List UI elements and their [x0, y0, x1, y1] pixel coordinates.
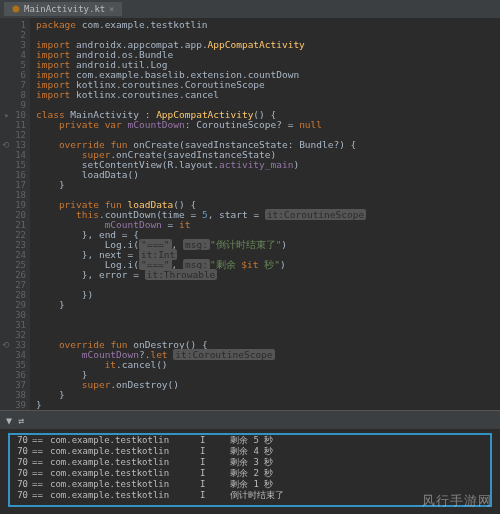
log-row: 70==com.example.testkotlinI剩余 3 秒	[10, 457, 490, 468]
line-gutter: 123456789▸ 101112⟲ 131415161718192021222…	[0, 18, 30, 410]
line-number: 25	[0, 260, 26, 270]
code-line[interactable]: super.onDestroy()	[36, 380, 500, 390]
line-number: 1	[0, 20, 26, 30]
line-number: 24	[0, 250, 26, 260]
editor-tab-bar: ⬢ MainActivity.kt ×	[0, 0, 500, 18]
line-number: 17	[0, 180, 26, 190]
line-number: 8	[0, 90, 26, 100]
line-number: 37	[0, 380, 26, 390]
log-row: 70==com.example.testkotlinI剩余 1 秒	[10, 479, 490, 490]
code-line[interactable]: private var mCountDown: CoroutineScope? …	[36, 120, 500, 130]
log-row: 70==com.example.testkotlinI剩余 5 秒	[10, 435, 490, 446]
line-number: 39	[0, 400, 26, 410]
code-line[interactable]: }	[36, 390, 500, 400]
line-number: 30	[0, 310, 26, 320]
code-line[interactable]	[36, 320, 500, 330]
line-number: 3	[0, 40, 26, 50]
file-tab[interactable]: ⬢ MainActivity.kt ×	[4, 2, 122, 16]
line-number: 31	[0, 320, 26, 330]
filter-icon[interactable]: ▼	[6, 415, 12, 426]
code-area[interactable]: package com.example.testkotlinimport and…	[30, 18, 500, 410]
code-line[interactable]: import kotlinx.coroutines.cancel	[36, 90, 500, 100]
line-number: 21	[0, 220, 26, 230]
line-number: ⟲ 33	[0, 340, 26, 350]
code-line[interactable]: package com.example.testkotlin	[36, 20, 500, 30]
line-number: 12	[0, 130, 26, 140]
code-line[interactable]: })	[36, 290, 500, 300]
line-number: 14	[0, 150, 26, 160]
line-number: 18	[0, 190, 26, 200]
line-number: 4	[0, 50, 26, 60]
close-icon[interactable]: ×	[109, 5, 114, 14]
log-row: 70==com.example.testkotlinI剩余 4 秒	[10, 446, 490, 457]
log-row: 70==com.example.testkotlinI剩余 2 秒	[10, 468, 490, 479]
line-number: 11	[0, 120, 26, 130]
line-number: 29	[0, 300, 26, 310]
line-number: 32	[0, 330, 26, 340]
code-line[interactable]	[36, 280, 500, 290]
code-line[interactable]	[36, 310, 500, 320]
line-number: 6	[0, 70, 26, 80]
code-line[interactable]: }	[36, 180, 500, 190]
line-number: 5	[0, 60, 26, 70]
watermark-text: 风行手游网	[422, 492, 492, 510]
line-number: 2	[0, 30, 26, 40]
line-number: 9	[0, 100, 26, 110]
code-line[interactable]: }	[36, 300, 500, 310]
line-number: 15	[0, 160, 26, 170]
code-line[interactable]: }, error = it:Throwable	[36, 270, 500, 280]
code-line[interactable]: it.cancel()	[36, 360, 500, 370]
code-line[interactable]: loadData()	[36, 170, 500, 180]
logcat-toolbar: ▼ ⇄	[0, 411, 500, 429]
line-number: 27	[0, 280, 26, 290]
kotlin-file-icon: ⬢	[12, 4, 20, 14]
code-line[interactable]: }	[36, 400, 500, 410]
line-number: 34	[0, 350, 26, 360]
line-number: 7	[0, 80, 26, 90]
line-number: 19	[0, 200, 26, 210]
line-number: 20	[0, 210, 26, 220]
log-output[interactable]: 70==com.example.testkotlinI剩余 5 秒70==com…	[8, 433, 492, 507]
line-number: 22	[0, 230, 26, 240]
line-number: 16	[0, 170, 26, 180]
line-number: 38	[0, 390, 26, 400]
line-number: 28	[0, 290, 26, 300]
line-number: 36	[0, 370, 26, 380]
line-number: ⟲ 13	[0, 140, 26, 150]
line-number: 23	[0, 240, 26, 250]
line-number: ▸ 10	[0, 110, 26, 120]
line-number: 35	[0, 360, 26, 370]
log-row: 70==com.example.testkotlinI倒计时结束了	[10, 490, 490, 501]
wrap-icon[interactable]: ⇄	[18, 415, 24, 426]
tab-filename: MainActivity.kt	[24, 4, 105, 14]
code-editor[interactable]: 123456789▸ 101112⟲ 131415161718192021222…	[0, 18, 500, 410]
line-number: 26	[0, 270, 26, 280]
